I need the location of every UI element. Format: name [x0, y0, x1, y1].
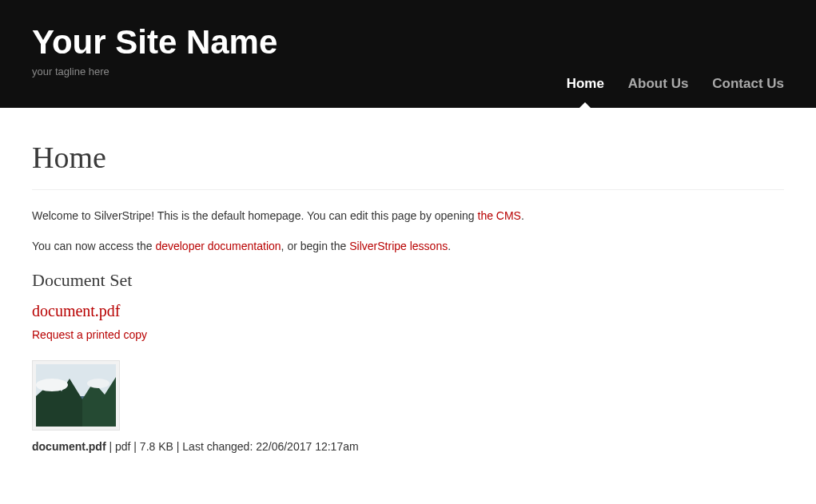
intro-paragraph: Welcome to SilverStripe! This is the def… — [32, 209, 784, 222]
document-meta-name: document.pdf — [32, 440, 106, 453]
nav-home[interactable]: Home — [567, 76, 604, 92]
document-meta-type: pdf — [115, 440, 130, 453]
para2-suffix: . — [448, 240, 451, 252]
page-content: Home Welcome to SilverStripe! This is th… — [0, 108, 816, 485]
link-the-cms[interactable]: the CMS — [478, 209, 521, 222]
document-meta-sep2: | — [130, 440, 139, 453]
svg-point-4 — [36, 379, 68, 391]
site-title: Your Site Name — [32, 24, 784, 61]
request-printed-copy-link[interactable]: Request a printed copy — [32, 328, 147, 341]
intro-text-before: Welcome to SilverStripe! This is the def… — [32, 209, 478, 222]
svg-point-5 — [87, 379, 109, 388]
para2-prefix: You can now access the — [32, 240, 155, 252]
link-silverstripe-lessons[interactable]: SilverStripe lessons — [349, 240, 448, 252]
document-title-link[interactable]: document.pdf — [32, 302, 784, 320]
document-thumbnail-image — [36, 364, 116, 427]
link-developer-documentation[interactable]: developer documentation — [155, 240, 281, 252]
document-meta-size: 7.8 KB — [140, 440, 173, 453]
second-paragraph: You can now access the developer documen… — [32, 240, 784, 252]
document-meta-sep1: | — [106, 440, 115, 453]
document-meta: document.pdf | pdf | 7.8 KB | Last chang… — [32, 440, 784, 453]
intro-text-after: . — [521, 209, 524, 222]
nav-contact-us[interactable]: Contact Us — [712, 76, 784, 92]
document-thumbnail-frame — [32, 360, 120, 431]
page-title: Home — [32, 140, 784, 190]
document-meta-changed-value: 22/06/2017 12:17am — [256, 440, 358, 453]
document-meta-sep3: | — [173, 440, 182, 453]
nav-about-us[interactable]: About Us — [628, 76, 689, 92]
para2-mid: , or begin the — [281, 240, 350, 252]
site-header: Your Site Name your tagline here Home Ab… — [0, 0, 816, 108]
document-meta-changed-label: Last changed: — [182, 440, 256, 453]
primary-nav: Home About Us Contact Us — [546, 76, 784, 92]
document-set-heading: Document Set — [32, 270, 784, 291]
